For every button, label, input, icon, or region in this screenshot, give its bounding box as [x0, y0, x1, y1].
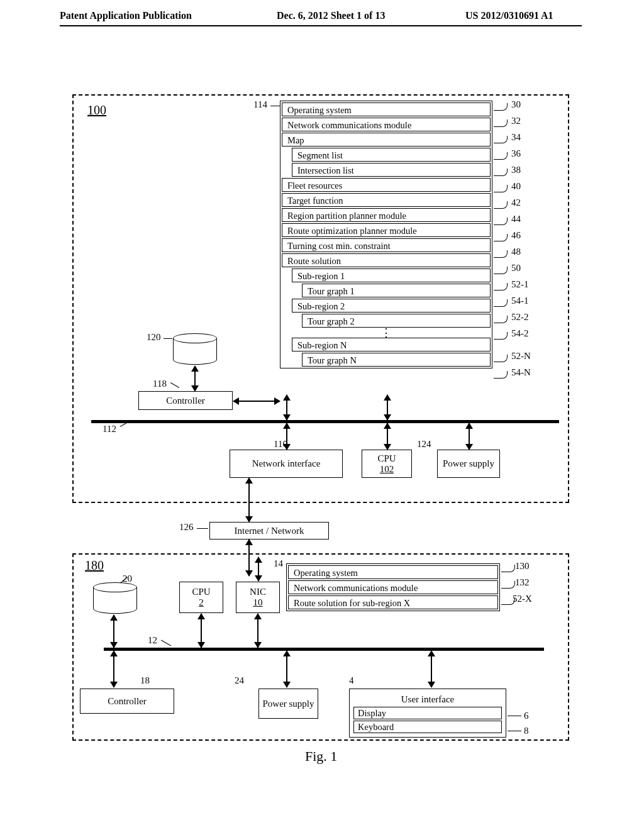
ref-38: 38	[511, 165, 521, 175]
leader-130	[501, 565, 515, 572]
ref-42: 42	[511, 197, 521, 208]
header-right: US 2012/0310691 A1	[465, 10, 553, 21]
nic-10-num: 10	[253, 597, 263, 608]
nic-10: NIC 10	[236, 582, 280, 613]
arrow-mem-bus-1	[286, 395, 287, 420]
leader-132	[501, 581, 515, 589]
arrow-disk20-bus	[113, 615, 114, 648]
header-center: Dec. 6, 2012 Sheet 1 of 13	[277, 10, 385, 21]
mem-subregion-n: Sub-region N	[292, 338, 491, 351]
ref-50: 50	[511, 263, 521, 274]
ref-126: 126	[179, 522, 194, 533]
power-supply-124-label: Power supply	[443, 458, 494, 469]
leader-30	[494, 103, 508, 111]
bus-12	[104, 648, 544, 651]
cpu-102: CPU 102	[362, 450, 412, 478]
figure-caption: Fig. 1	[305, 748, 337, 765]
header-rule	[60, 25, 582, 26]
ref-132: 132	[515, 577, 530, 588]
ref-120: 120	[147, 332, 161, 343]
mem-tourgraph-n: Tour graph N	[302, 353, 491, 367]
mem-route-opt: Route optimization planner module	[282, 223, 491, 237]
ref-32: 32	[511, 116, 521, 126]
leader-50	[494, 267, 508, 274]
arrow-bus-cpu	[387, 423, 388, 450]
mem-os: Operating system	[282, 102, 491, 116]
leader-54-1	[494, 299, 508, 307]
arrow-controller-bus	[233, 401, 280, 402]
leader-8	[508, 731, 521, 731]
ref-130: 130	[515, 561, 530, 572]
arrow-nic10-bus	[257, 614, 258, 648]
patent-figure-page: Patent Application Publication Dec. 6, 2…	[0, 0, 644, 830]
memory-14: Operating system Network communications …	[286, 563, 500, 611]
ref-118: 118	[153, 379, 167, 389]
leader-54-2	[494, 332, 508, 340]
leader-52-n	[494, 355, 508, 362]
nic-10-label: NIC	[250, 587, 266, 597]
arrow-cpu2-bus	[201, 614, 202, 648]
arrow-bus-power24	[286, 651, 287, 687]
figure-1: 100 Operating system Network communicati…	[72, 94, 575, 755]
ref-52-2: 52-2	[511, 312, 529, 323]
ref-12: 12	[148, 635, 157, 646]
internet-network-126-label: Internet / Network	[235, 526, 304, 536]
ref-54-1: 54-1	[511, 296, 529, 306]
mem-intersection-list: Intersection list	[292, 163, 491, 177]
ref-8: 8	[524, 726, 529, 736]
controller-118: Controller	[138, 391, 233, 410]
mem-segment-list: Segment list	[292, 148, 491, 162]
leader-126	[197, 528, 208, 529]
mem-fleet: Fleet resources	[282, 178, 491, 192]
ref-54-2: 54-2	[511, 328, 529, 339]
leader-114	[270, 106, 280, 106]
header-left: Patent Application Publication	[60, 10, 192, 21]
mem-region-partition: Region partition planner module	[282, 208, 491, 222]
ref-6: 6	[524, 711, 529, 721]
leader-52-2	[494, 316, 508, 323]
ref-4: 4	[349, 675, 354, 686]
keyboard-8: Keyboard	[353, 721, 502, 733]
ref-112: 112	[103, 424, 116, 434]
arrow-bus-ui4	[431, 651, 432, 687]
arrow-bus-power	[469, 423, 470, 450]
ref-34: 34	[511, 132, 521, 143]
leader-34	[494, 136, 508, 143]
power-supply-24-label: Power supply	[262, 699, 314, 709]
network-interface-110: Network interface	[230, 450, 343, 478]
leader-54-n	[494, 371, 508, 379]
storage-20-icon	[93, 582, 137, 614]
power-supply-124: Power supply	[437, 450, 500, 478]
mem-ellipsis: ⋮	[280, 329, 492, 336]
ref-48: 48	[511, 246, 521, 257]
controller-18: Controller	[80, 689, 174, 714]
network-interface-110-label: Network interface	[252, 458, 321, 469]
bus-112	[91, 420, 559, 423]
memory-114: Operating system Network communications …	[280, 101, 492, 368]
leader-52-1	[494, 283, 508, 290]
leader-6	[508, 716, 521, 716]
arrow-bus-controller18	[113, 651, 114, 687]
arrow-nic-internet	[248, 478, 250, 522]
mem2-os: Operating system	[288, 565, 498, 579]
mem-map: Map	[282, 133, 491, 147]
ref-114: 114	[253, 99, 267, 110]
ref-52-x: 52-X	[513, 594, 532, 604]
mem-tourgraph-1: Tour graph 1	[302, 284, 491, 297]
user-interface-label: User interface	[351, 693, 504, 706]
power-supply-24: Power supply	[258, 689, 318, 719]
leader-38	[494, 169, 508, 176]
arrow-mem-bus-2	[387, 395, 388, 420]
ref-14: 14	[274, 558, 283, 569]
mem-turning-cost: Turning cost min. constraint	[282, 238, 491, 252]
cpu-102-label: CPU	[377, 453, 396, 464]
controller-18-label: Controller	[108, 696, 147, 707]
leader-46	[494, 234, 508, 241]
ref-40: 40	[511, 181, 521, 192]
mem2-route-x: Route solution for sub-region X	[288, 595, 498, 609]
cpu-2: CPU 2	[179, 582, 223, 613]
arrow-disk-controller	[194, 366, 196, 391]
leader-44	[494, 218, 508, 225]
ref-52-n: 52-N	[511, 351, 531, 362]
system-100-label: 100	[87, 103, 106, 118]
